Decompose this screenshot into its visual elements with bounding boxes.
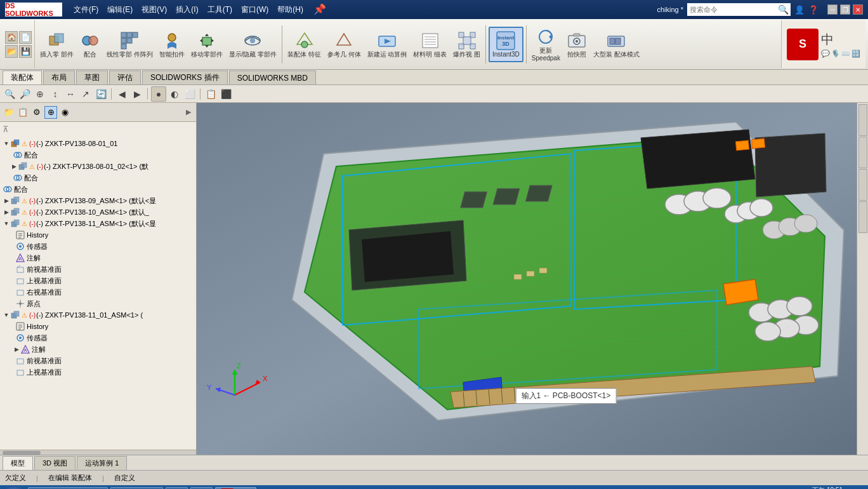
view-btn-3[interactable]: ⊕ — [33, 87, 47, 101]
show-hide-button[interactable]: 显示/隐藏 零部件 — [227, 29, 280, 60]
btab-3dview[interactable]: 3D 视图 — [34, 456, 76, 470]
view-btn-4[interactable]: ↕ — [48, 87, 62, 101]
search-input[interactable] — [687, 3, 776, 16]
rs-btn-1[interactable] — [858, 104, 867, 136]
tree-item-sub1[interactable]: ▶ ⚠ (-) (-) ZXKT-PV138-08-01_02<1> (默 — [0, 161, 196, 172]
tree-arrow-note2[interactable]: ▶ — [13, 345, 20, 353]
tab-layout[interactable]: 布局 — [43, 70, 75, 84]
rs-btn-4[interactable] — [858, 201, 867, 233]
tree-item-sub4[interactable]: ▼ ⚠ (-) (-) ZXKT-PV138-11_ASM<1> (默认<显 — [0, 218, 196, 229]
panel-btn-config[interactable]: ⚙ — [30, 106, 43, 119]
view-btn-10[interactable]: ◐ — [168, 87, 181, 101]
explode-view-button[interactable]: 爆炸视 图 — [450, 29, 483, 60]
new-button[interactable]: 📄 — [19, 31, 32, 44]
start-button[interactable] — [3, 486, 25, 489]
tree-arrow-root[interactable]: ▼ — [3, 140, 10, 147]
view-btn-2[interactable]: 🔎 — [18, 87, 32, 101]
tree-item-mate1[interactable]: 配合 — [0, 149, 196, 161]
rs-btn-3[interactable] — [858, 169, 867, 201]
tree-item-plane3[interactable]: 右视基准面 — [0, 286, 196, 298]
view-btn-5[interactable]: ↔ — [63, 87, 77, 101]
tree-item-sensor2[interactable]: 传感器 — [0, 332, 196, 344]
tree-item-plane4[interactable]: 前视基准面 — [0, 355, 196, 366]
tree-item-mate3[interactable]: 配合 — [0, 184, 196, 195]
view-btn-7[interactable]: 🔄 — [94, 87, 108, 101]
tree-item-note2[interactable]: ▶ A 注解 — [0, 344, 196, 355]
panel-btn-active[interactable]: ⊕ — [44, 106, 57, 119]
minimize-button[interactable]: ─ — [827, 4, 838, 15]
tree-arrow-sub4[interactable]: ▼ — [3, 220, 10, 227]
ref-geo-button[interactable]: 参考几 何体 — [325, 29, 364, 60]
view-btn-13[interactable]: ⬛ — [219, 87, 233, 101]
menu-insert[interactable]: 插入(I) — [172, 3, 202, 17]
rs-btn-2[interactable] — [858, 137, 867, 168]
btab-model[interactable]: 模型 — [3, 456, 33, 470]
view-btn-11[interactable]: ⬜ — [183, 87, 197, 101]
tab-sw-mbd[interactable]: SOLIDWORKS MBD — [229, 70, 316, 84]
tree-item-origin[interactable]: 原点 — [0, 298, 196, 309]
tree-arrow-sub3[interactable]: ▶ — [3, 208, 10, 216]
view-btn-6[interactable]: ↗ — [79, 87, 93, 101]
search-icon[interactable]: 🔍 — [776, 4, 791, 15]
tab-sw-plugins[interactable]: SOLIDWORKS 插件 — [142, 70, 228, 84]
btab-motion[interactable]: 运动算例 1 — [77, 456, 127, 470]
tree-item-sub5[interactable]: ▼ ⚠ (-) (-) ZXKT-PV138-11_01_ASM<1> ( — [0, 309, 196, 321]
tree-item-history2[interactable]: History — [0, 321, 196, 332]
tree-arrow-sub2[interactable]: ▶ — [3, 197, 10, 204]
save-button[interactable]: 💾 — [19, 45, 32, 58]
menu-window[interactable]: 窗口(W) — [237, 3, 272, 17]
close-button[interactable]: ✕ — [853, 4, 863, 15]
tree-arrow-sub1[interactable]: ▶ — [10, 163, 18, 170]
view-btn-1[interactable]: 🔍 — [3, 87, 16, 101]
menu-help[interactable]: 帮助(H) — [273, 3, 307, 17]
menu-file[interactable]: 文件(F) — [70, 3, 102, 17]
view-btn-9[interactable]: ▶ — [130, 87, 144, 101]
open-button[interactable]: 📂 — [5, 45, 18, 58]
smart-mate-button[interactable]: 智能扣件 — [157, 29, 187, 60]
tab-sketch[interactable]: 草图 — [76, 70, 108, 84]
new-motion-button[interactable]: 新建运 动算例 — [365, 29, 410, 60]
3d-viewport[interactable]: X Z Y 输入1 ← PCB-BOOST<1> — [197, 103, 868, 455]
tree-item-plane2[interactable]: 上视基准面 — [0, 275, 196, 286]
taskbar-right-area: 🔊 📶 🔋 中 下午 10:51 2022/8/3 星期三 ⬛ — [746, 486, 865, 489]
assembly-feature-button[interactable]: 装配体 特征 — [285, 29, 324, 60]
tree-item-plane1[interactable]: 前视基准面 — [0, 264, 196, 275]
tree-item-root[interactable]: ▼ ⚠ (-) (-) ZXKT-PV138-08-01_01 — [0, 138, 196, 149]
tab-evaluate[interactable]: 评估 — [109, 70, 141, 84]
component-array-button[interactable]: 线性零部 件阵列 — [104, 29, 155, 60]
panel-btn-display[interactable]: ◉ — [58, 106, 71, 119]
materials-button[interactable]: 材料明 细表 — [411, 29, 449, 60]
mate-button[interactable]: 配合 — [77, 29, 103, 60]
tree-item-sub2[interactable]: ▶ ⚠ (-) (-) ZXKT-PV138-09_ASM<1> (默认<显 — [0, 195, 196, 206]
menu-edit[interactable]: 编辑(E) — [103, 3, 136, 17]
menu-tools[interactable]: 工具(T) — [204, 3, 236, 17]
tree-item-sensor1[interactable]: 传感器 — [0, 241, 196, 252]
update-speedpak-button[interactable]: 更新Speedpak — [529, 25, 563, 64]
tree-item-sub3[interactable]: ▶ ⚠ (-) (-) ZXKT-PV138-10_ASM<1> (默认_ — [0, 206, 196, 218]
tree-arrow-sub5[interactable]: ▼ — [3, 311, 10, 319]
snapshot-button[interactable]: 拍快照 — [564, 29, 589, 60]
tree-item-note1[interactable]: A 注解 — [0, 252, 196, 264]
menu-view[interactable]: 视图(V) — [138, 3, 171, 17]
tree-item-plane5[interactable]: 上视基准面 — [0, 366, 196, 378]
view-btn-8[interactable]: ◀ — [115, 87, 129, 101]
home-button[interactable]: 🏠 — [5, 31, 18, 44]
plane-icon-1 — [15, 264, 25, 274]
restore-button[interactable]: ❐ — [840, 4, 850, 15]
tree-item-history1[interactable]: History — [0, 229, 196, 241]
instant3d-button[interactable]: Instant3D Instant3D — [489, 27, 523, 62]
status-editing: 在编辑 装配体 — [48, 473, 92, 483]
move-component-button[interactable]: 移动零部件 — [188, 29, 225, 60]
panel-btn-featuretree[interactable]: 📁 — [3, 106, 15, 119]
filter-icon: ⊼ — [3, 124, 9, 134]
svg-marker-100 — [755, 133, 826, 197]
tab-assembly[interactable]: 装配体 — [3, 70, 42, 84]
panel-btn-properties[interactable]: 📋 — [16, 106, 29, 119]
large-assembly-button[interactable]: 大型装 配体模式 — [591, 29, 642, 60]
tree-hscroll[interactable] — [0, 450, 196, 455]
view-btn-12[interactable]: 📋 — [204, 87, 218, 101]
view-mode-btn[interactable]: ● — [151, 86, 166, 102]
tree-item-mate2[interactable]: 配合 — [0, 172, 196, 184]
panel-expand-btn[interactable]: ▶ — [183, 107, 194, 117]
insert-part-button[interactable]: 插入零 部件 — [37, 29, 76, 60]
